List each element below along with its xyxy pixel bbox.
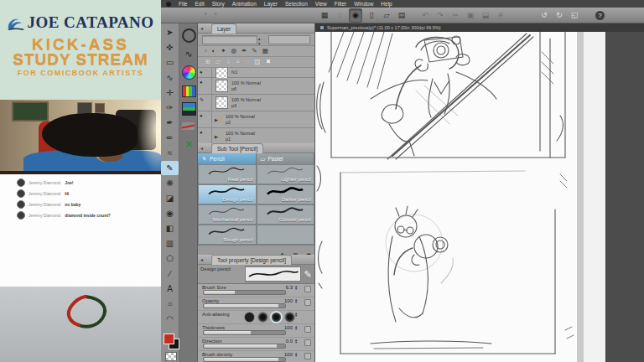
transparent-color-swatch[interactable] [165,352,177,361]
new-folder-icon[interactable]: ▱ [216,57,221,67]
dynamics-icon[interactable] [304,339,311,346]
ellipse-tool-icon[interactable]: ○ [161,297,179,311]
brush-tool-icon[interactable]: ✏ [161,131,179,145]
view-eye-icon[interactable]: ◉ [349,8,362,23]
stepper-icon[interactable]: ▴▾ [258,36,261,46]
help-icon[interactable]: ? [595,11,605,20]
blend-mode-select[interactable] [202,35,257,44]
menu-filter[interactable]: Filter [335,0,346,8]
color-slider-icon[interactable] [182,102,196,116]
show-layer-icon[interactable]: ◌ [245,57,249,67]
menu-edit[interactable]: Edit [195,0,204,8]
rotate-right-icon[interactable]: ↻ [553,9,565,22]
dynamics-icon[interactable] [304,326,311,333]
ink-icon[interactable]: ✒ [242,46,247,56]
rotate-left-icon[interactable]: ↺ [538,9,550,22]
fill-tool-icon[interactable]: ◧ [161,221,179,235]
blend-tool-icon[interactable]: ◉ [161,206,179,220]
save-file-icon[interactable]: ▤ [396,9,408,22]
panel-grid-icon[interactable]: ▦ [262,46,268,56]
transfer-layer-icon[interactable]: ⇩ [226,57,231,67]
layer-folder-row[interactable]: ● ▶ ▱ 100 % Normal p2 [198,111,314,128]
subtool-panel-tab[interactable]: Sub Tool [Pencil] [211,143,263,153]
close-panel-icon[interactable]: ✕ [182,139,195,150]
collapse-icon[interactable]: ◂ [200,143,203,153]
new-document-icon[interactable]: ▯ [366,9,377,22]
menu-file[interactable]: File [179,0,187,8]
mask-icon[interactable]: ▫ [205,46,207,56]
tone-icon[interactable]: ◐ [212,46,216,56]
layer-visibility-cell[interactable]: ● [198,78,212,94]
menu-view[interactable]: View [315,0,327,8]
pencil-tool-icon[interactable]: ✎ [161,161,179,175]
pen-tool-icon[interactable]: ✒ [161,116,179,130]
subtool-rough-pencil[interactable]: Rough pencil [198,225,257,245]
document-tab-title[interactable]: Superman_precious(p)* (11.00 x 17.00in 3… [327,25,441,30]
opacity-input[interactable] [268,35,310,44]
subtool-design-pencil[interactable]: Design pencil [198,184,257,204]
redo-icon[interactable]: ↷ [434,9,446,22]
aa-weak-option[interactable] [258,313,267,322]
menu-story[interactable]: Story [212,0,225,8]
brush-density-slider[interactable] [203,357,286,362]
menu-layer[interactable]: Layer [264,0,278,8]
subtool-real-pencil[interactable]: Real pencil [198,164,257,184]
aa-none-option[interactable] [245,313,254,322]
dynamics-icon[interactable] [304,286,311,292]
opacity-slider[interactable] [203,303,286,308]
panel-expand-icon[interactable]: › [215,11,216,17]
eyedropper-tool-icon[interactable]: ✑ [161,101,179,115]
brush-size-slider[interactable] [203,290,286,295]
layer-visibility-cell[interactable]: ● [198,128,212,143]
app-logo-icon[interactable] [166,2,171,7]
stepper-icon[interactable]: ▴▾ [295,285,301,291]
line-tool-icon[interactable]: ∕ [161,266,179,281]
move-tool-icon[interactable]: ✜ [161,40,179,54]
grid-icon[interactable]: # [495,9,506,22]
merge-layer-icon[interactable]: ≡ [236,57,241,67]
stepper-icon[interactable]: ▴▾ [295,325,301,331]
folder-expand-icon[interactable]: ▶ [215,134,218,139]
start-screen-icon[interactable]: ▦ [319,9,330,22]
draft-icon[interactable]: ✎ [252,46,257,56]
operation-tool-icon[interactable]: ➤ [161,25,179,39]
stepper-icon[interactable]: ▴▾ [295,298,301,304]
tab-pastel[interactable]: ▭Pastel [257,153,315,164]
tool-property-tab[interactable]: Tool property [Design pencil] [211,255,292,265]
airbrush-tool-icon[interactable]: ≈ [161,146,179,160]
color-set-icon[interactable] [182,85,196,97]
light-table-icon[interactable]: ◍ [231,46,237,56]
eraser-tool-icon[interactable]: ◪ [161,191,179,205]
collapse-icon[interactable]: ◂ [200,255,203,265]
text-tool-icon[interactable]: A [161,282,179,296]
color-wheel-icon[interactable] [182,65,196,80]
direction-slider[interactable] [203,344,286,349]
magic-wand-tool-icon[interactable]: ✛ [161,85,179,100]
paste-icon[interactable]: ⬓ [480,9,491,22]
aa-strong-option[interactable] [285,313,294,322]
new-layer-icon[interactable]: ⊞ [205,57,210,67]
layer-row[interactable]: ● 100 % Normal p6 [198,78,314,95]
approximate-color-icon[interactable] [182,122,195,130]
layer-visibility-cell[interactable]: ✎ [198,95,212,111]
marquee-tool-icon[interactable]: ▭ [161,55,179,70]
layer-folder-row[interactable]: ● ▶ ▱ 100 % Normal p1 [198,128,314,143]
dynamics-icon[interactable] [304,353,311,359]
menu-selection[interactable]: Selection [285,0,308,8]
cut-icon[interactable]: ✂ [449,9,461,22]
template-icon[interactable]: ▨ [254,57,261,67]
open-file-icon[interactable]: ▱ [381,9,392,22]
effect-icon[interactable]: ✦ [221,46,226,56]
layer-row[interactable]: ● fx1 [198,68,314,78]
layer-panel-tab[interactable]: Layer [211,23,236,34]
navigator-icon[interactable] [182,28,196,43]
canvas-area[interactable] [315,32,644,362]
stepper-icon[interactable]: ▴▾ [295,339,301,344]
layer-visibility-cell[interactable]: ● [198,68,212,77]
stepper-icon[interactable]: ↕ [334,9,345,22]
fit-screen-icon[interactable]: ◱ [569,9,580,22]
stepper-icon[interactable]: ▴▾ [295,352,301,358]
decoration-tool-icon[interactable]: ❋ [161,176,179,190]
copy-icon[interactable]: ▣ [465,9,476,22]
gradient-tool-icon[interactable]: ▥ [161,236,179,251]
